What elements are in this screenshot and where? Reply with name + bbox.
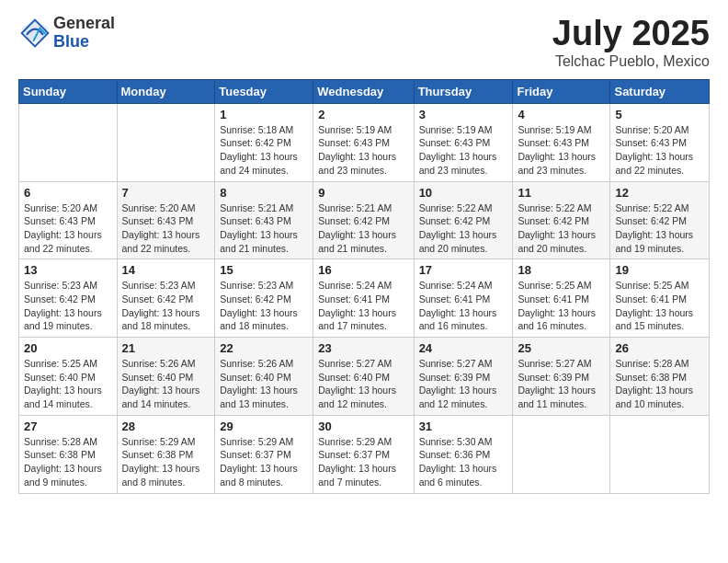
day-number: 13	[24, 263, 112, 277]
day-number: 28	[122, 419, 210, 433]
day-info: Sunrise: 5:24 AM Sunset: 6:41 PM Dayligh…	[419, 279, 508, 333]
calendar-week-row: 20Sunrise: 5:25 AM Sunset: 6:40 PM Dayli…	[19, 338, 710, 416]
calendar-cell: 23Sunrise: 5:27 AM Sunset: 6:40 PM Dayli…	[313, 338, 414, 416]
day-info: Sunrise: 5:22 AM Sunset: 6:42 PM Dayligh…	[615, 201, 704, 256]
day-info: Sunrise: 5:23 AM Sunset: 6:42 PM Dayligh…	[122, 279, 210, 333]
calendar-cell: 12Sunrise: 5:22 AM Sunset: 6:42 PM Dayli…	[610, 181, 710, 259]
day-info: Sunrise: 5:29 AM Sunset: 6:37 PM Dayligh…	[220, 435, 308, 489]
day-number: 11	[518, 186, 605, 200]
calendar-cell: 2Sunrise: 5:19 AM Sunset: 6:43 PM Daylig…	[313, 103, 414, 181]
day-number: 25	[518, 341, 605, 355]
day-number: 18	[518, 263, 605, 277]
day-number: 23	[318, 341, 408, 355]
calendar-cell: 29Sunrise: 5:29 AM Sunset: 6:37 PM Dayli…	[215, 415, 313, 493]
day-info: Sunrise: 5:22 AM Sunset: 6:42 PM Dayligh…	[419, 201, 508, 256]
calendar-cell: 7Sunrise: 5:20 AM Sunset: 6:43 PM Daylig…	[117, 181, 215, 259]
header-friday: Friday	[513, 79, 610, 103]
page: General Blue July 2025 Telchac Pueblo, M…	[0, 0, 728, 563]
day-number: 9	[318, 186, 408, 200]
day-info: Sunrise: 5:28 AM Sunset: 6:38 PM Dayligh…	[615, 357, 704, 411]
calendar-cell: 4Sunrise: 5:19 AM Sunset: 6:43 PM Daylig…	[513, 103, 610, 181]
day-number: 4	[518, 108, 605, 121]
calendar-cell: 22Sunrise: 5:26 AM Sunset: 6:40 PM Dayli…	[215, 338, 313, 416]
calendar-table: Sunday Monday Tuesday Wednesday Thursday…	[18, 79, 710, 494]
month-title: July 2025	[552, 15, 710, 53]
day-info: Sunrise: 5:21 AM Sunset: 6:43 PM Dayligh…	[220, 201, 308, 256]
header-tuesday: Tuesday	[215, 79, 313, 103]
calendar-cell	[513, 415, 610, 493]
day-info: Sunrise: 5:26 AM Sunset: 6:40 PM Dayligh…	[122, 357, 210, 411]
day-info: Sunrise: 5:29 AM Sunset: 6:38 PM Dayligh…	[122, 435, 210, 489]
calendar-week-row: 6Sunrise: 5:20 AM Sunset: 6:43 PM Daylig…	[19, 181, 710, 259]
day-info: Sunrise: 5:21 AM Sunset: 6:42 PM Dayligh…	[318, 201, 408, 256]
header-thursday: Thursday	[414, 79, 513, 103]
calendar-cell: 13Sunrise: 5:23 AM Sunset: 6:42 PM Dayli…	[19, 259, 118, 338]
day-info: Sunrise: 5:22 AM Sunset: 6:42 PM Dayligh…	[518, 201, 605, 256]
logo-text: General Blue	[53, 15, 115, 52]
weekday-header-row: Sunday Monday Tuesday Wednesday Thursday…	[19, 79, 710, 103]
day-number: 15	[220, 263, 308, 277]
calendar-cell: 10Sunrise: 5:22 AM Sunset: 6:42 PM Dayli…	[414, 181, 513, 259]
day-number: 24	[419, 341, 508, 355]
calendar-cell: 5Sunrise: 5:20 AM Sunset: 6:43 PM Daylig…	[610, 103, 710, 181]
calendar-cell: 3Sunrise: 5:19 AM Sunset: 6:43 PM Daylig…	[414, 103, 513, 181]
day-info: Sunrise: 5:25 AM Sunset: 6:40 PM Dayligh…	[24, 357, 112, 411]
calendar-cell: 31Sunrise: 5:30 AM Sunset: 6:36 PM Dayli…	[414, 415, 513, 493]
calendar-week-row: 27Sunrise: 5:28 AM Sunset: 6:38 PM Dayli…	[19, 415, 710, 493]
calendar-cell: 24Sunrise: 5:27 AM Sunset: 6:39 PM Dayli…	[414, 338, 513, 416]
day-info: Sunrise: 5:27 AM Sunset: 6:40 PM Dayligh…	[318, 357, 408, 411]
day-info: Sunrise: 5:27 AM Sunset: 6:39 PM Dayligh…	[419, 357, 508, 411]
calendar-cell: 28Sunrise: 5:29 AM Sunset: 6:38 PM Dayli…	[117, 415, 215, 493]
logo-blue: Blue	[53, 33, 115, 52]
day-number: 1	[220, 108, 308, 121]
day-number: 2	[318, 108, 408, 121]
calendar-cell: 30Sunrise: 5:29 AM Sunset: 6:37 PM Dayli…	[313, 415, 414, 493]
calendar-week-row: 1Sunrise: 5:18 AM Sunset: 6:42 PM Daylig…	[19, 103, 710, 181]
day-info: Sunrise: 5:19 AM Sunset: 6:43 PM Dayligh…	[318, 123, 408, 178]
day-number: 8	[220, 186, 308, 200]
day-info: Sunrise: 5:19 AM Sunset: 6:43 PM Dayligh…	[518, 123, 605, 178]
header-saturday: Saturday	[610, 79, 710, 103]
day-number: 31	[419, 419, 508, 433]
day-number: 22	[220, 341, 308, 355]
day-info: Sunrise: 5:24 AM Sunset: 6:41 PM Dayligh…	[318, 279, 408, 333]
calendar-cell: 18Sunrise: 5:25 AM Sunset: 6:41 PM Dayli…	[513, 259, 610, 338]
day-info: Sunrise: 5:19 AM Sunset: 6:43 PM Dayligh…	[419, 123, 508, 178]
day-number: 10	[419, 186, 508, 200]
day-info: Sunrise: 5:30 AM Sunset: 6:36 PM Dayligh…	[419, 435, 508, 489]
calendar-cell: 27Sunrise: 5:28 AM Sunset: 6:38 PM Dayli…	[19, 415, 118, 493]
header-monday: Monday	[117, 79, 215, 103]
calendar-cell: 21Sunrise: 5:26 AM Sunset: 6:40 PM Dayli…	[117, 338, 215, 416]
calendar-cell: 20Sunrise: 5:25 AM Sunset: 6:40 PM Dayli…	[19, 338, 118, 416]
day-number: 26	[615, 341, 704, 355]
day-info: Sunrise: 5:25 AM Sunset: 6:41 PM Dayligh…	[615, 279, 704, 333]
calendar-cell	[610, 415, 710, 493]
day-number: 5	[615, 108, 704, 121]
day-info: Sunrise: 5:18 AM Sunset: 6:42 PM Dayligh…	[220, 123, 308, 178]
day-number: 30	[318, 419, 408, 433]
day-number: 19	[615, 263, 704, 277]
calendar-cell: 6Sunrise: 5:20 AM Sunset: 6:43 PM Daylig…	[19, 181, 118, 259]
calendar-cell: 19Sunrise: 5:25 AM Sunset: 6:41 PM Dayli…	[610, 259, 710, 338]
logo: General Blue	[18, 15, 115, 52]
day-number: 14	[122, 263, 210, 277]
calendar-cell: 8Sunrise: 5:21 AM Sunset: 6:43 PM Daylig…	[215, 181, 313, 259]
day-number: 7	[122, 186, 210, 200]
calendar-cell: 17Sunrise: 5:24 AM Sunset: 6:41 PM Dayli…	[414, 259, 513, 338]
day-info: Sunrise: 5:20 AM Sunset: 6:43 PM Dayligh…	[122, 201, 210, 256]
day-number: 20	[24, 341, 112, 355]
title-block: July 2025 Telchac Pueblo, Mexico	[552, 15, 710, 70]
day-info: Sunrise: 5:25 AM Sunset: 6:41 PM Dayligh…	[518, 279, 605, 333]
day-number: 6	[24, 186, 112, 200]
day-number: 27	[24, 419, 112, 433]
day-info: Sunrise: 5:26 AM Sunset: 6:40 PM Dayligh…	[220, 357, 308, 411]
calendar-cell: 15Sunrise: 5:23 AM Sunset: 6:42 PM Dayli…	[215, 259, 313, 338]
day-info: Sunrise: 5:20 AM Sunset: 6:43 PM Dayligh…	[24, 201, 112, 256]
calendar-week-row: 13Sunrise: 5:23 AM Sunset: 6:42 PM Dayli…	[19, 259, 710, 338]
day-number: 17	[419, 263, 508, 277]
header: General Blue July 2025 Telchac Pueblo, M…	[18, 15, 710, 70]
calendar-cell: 26Sunrise: 5:28 AM Sunset: 6:38 PM Dayli…	[610, 338, 710, 416]
calendar-cell: 16Sunrise: 5:24 AM Sunset: 6:41 PM Dayli…	[313, 259, 414, 338]
day-info: Sunrise: 5:23 AM Sunset: 6:42 PM Dayligh…	[220, 279, 308, 333]
header-sunday: Sunday	[19, 79, 118, 103]
